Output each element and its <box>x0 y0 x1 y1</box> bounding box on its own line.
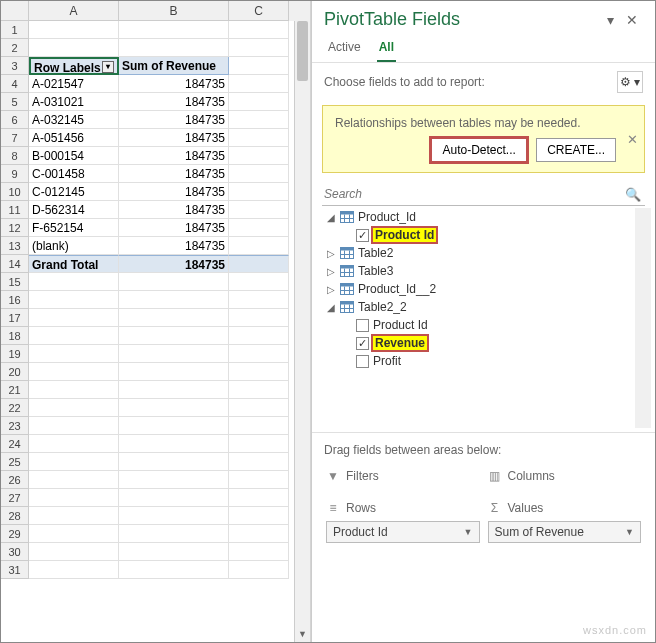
cell[interactable] <box>119 543 229 561</box>
cell[interactable] <box>229 21 289 39</box>
cell[interactable] <box>229 471 289 489</box>
fl-scroll-up-icon[interactable]: ▲ <box>635 208 651 224</box>
cell[interactable] <box>29 543 119 561</box>
cell[interactable] <box>29 525 119 543</box>
search-input[interactable] <box>322 185 621 203</box>
row-header[interactable]: 22 <box>1 399 29 417</box>
gear-icon[interactable]: ⚙ ▾ <box>617 71 643 93</box>
cell[interactable]: B-000154 <box>29 147 119 165</box>
cell[interactable] <box>29 471 119 489</box>
field-item[interactable]: Product Id <box>322 316 635 334</box>
cell[interactable]: (blank) <box>29 237 119 255</box>
cell[interactable] <box>229 507 289 525</box>
warning-close-icon[interactable]: ✕ <box>627 132 638 147</box>
field-checkbox[interactable] <box>356 337 369 350</box>
cell[interactable] <box>29 453 119 471</box>
row-header[interactable]: 27 <box>1 489 29 507</box>
expand-icon[interactable]: ▷ <box>326 284 336 295</box>
cell[interactable]: 184735 <box>119 255 229 273</box>
row-header[interactable]: 28 <box>1 507 29 525</box>
cell[interactable] <box>229 345 289 363</box>
cell[interactable] <box>229 39 289 57</box>
fl-scroll-down-icon[interactable]: ▼ <box>635 412 651 428</box>
cell[interactable] <box>119 291 229 309</box>
field-item[interactable]: Revenue <box>322 334 635 352</box>
area-rows[interactable]: ≡Rows Product Id▼ <box>322 495 484 549</box>
cell[interactable]: C-012145 <box>29 183 119 201</box>
cell[interactable] <box>229 219 289 237</box>
rows-pill[interactable]: Product Id▼ <box>326 521 480 543</box>
cell[interactable] <box>229 327 289 345</box>
cell[interactable] <box>229 183 289 201</box>
cell[interactable]: 184735 <box>119 75 229 93</box>
cell[interactable]: F-652154 <box>29 219 119 237</box>
scroll-thumb[interactable] <box>297 21 308 81</box>
table-node[interactable]: ◢Table2_2 <box>322 298 635 316</box>
table-node[interactable]: ▷Table2 <box>322 244 635 262</box>
field-search[interactable]: 🔍 <box>322 183 645 206</box>
cell[interactable] <box>119 489 229 507</box>
cell[interactable] <box>119 435 229 453</box>
cell[interactable] <box>29 435 119 453</box>
cell[interactable] <box>119 363 229 381</box>
cell[interactable] <box>29 21 119 39</box>
cell[interactable] <box>229 93 289 111</box>
cell[interactable] <box>229 309 289 327</box>
cell[interactable] <box>119 381 229 399</box>
cell[interactable] <box>29 417 119 435</box>
cell[interactable] <box>229 111 289 129</box>
cell[interactable] <box>229 399 289 417</box>
sheet-scrollbar[interactable]: ▲ ▼ <box>294 21 310 642</box>
cell[interactable] <box>29 345 119 363</box>
row-header[interactable]: 8 <box>1 147 29 165</box>
row-header[interactable]: 20 <box>1 363 29 381</box>
area-columns[interactable]: ▥Columns <box>484 463 646 495</box>
table-node[interactable]: ▷Table3 <box>322 262 635 280</box>
cell[interactable]: 184735 <box>119 201 229 219</box>
values-pill[interactable]: Sum of Revenue▼ <box>488 521 642 543</box>
row-header[interactable]: 19 <box>1 345 29 363</box>
cell[interactable] <box>119 399 229 417</box>
row-header[interactable]: 31 <box>1 561 29 579</box>
field-checkbox[interactable] <box>356 229 369 242</box>
cell[interactable]: A-051456 <box>29 129 119 147</box>
cell[interactable]: A-031021 <box>29 93 119 111</box>
cell[interactable] <box>29 291 119 309</box>
cell[interactable]: Row Labels▾ <box>29 57 119 75</box>
fieldlist-scrollbar[interactable]: ▲ ▼ <box>635 208 651 428</box>
auto-detect-button[interactable]: Auto-Detect... <box>431 138 526 162</box>
cell[interactable]: 184735 <box>119 111 229 129</box>
cell[interactable] <box>229 237 289 255</box>
cell[interactable] <box>119 507 229 525</box>
cell[interactable] <box>119 471 229 489</box>
row-header[interactable]: 2 <box>1 39 29 57</box>
col-header-c[interactable]: C <box>229 1 289 21</box>
cell[interactable] <box>119 273 229 291</box>
row-header[interactable]: 16 <box>1 291 29 309</box>
col-header-b[interactable]: B <box>119 1 229 21</box>
row-header[interactable]: 23 <box>1 417 29 435</box>
cell[interactable] <box>229 255 289 273</box>
filter-dropdown-icon[interactable]: ▾ <box>102 61 114 73</box>
row-header[interactable]: 14 <box>1 255 29 273</box>
cell[interactable] <box>229 363 289 381</box>
expand-icon[interactable]: ▷ <box>326 248 336 259</box>
cell[interactable]: A-032145 <box>29 111 119 129</box>
cell[interactable]: 184735 <box>119 219 229 237</box>
cell[interactable] <box>229 489 289 507</box>
row-header[interactable]: 15 <box>1 273 29 291</box>
row-header[interactable]: 18 <box>1 327 29 345</box>
collapse-icon[interactable]: ◢ <box>326 212 336 223</box>
cell[interactable] <box>229 561 289 579</box>
cell[interactable] <box>229 201 289 219</box>
field-item[interactable]: Product Id <box>322 226 635 244</box>
cell[interactable]: C-001458 <box>29 165 119 183</box>
cell[interactable] <box>29 363 119 381</box>
cell[interactable] <box>29 273 119 291</box>
expand-icon[interactable]: ▷ <box>326 266 336 277</box>
cell[interactable] <box>29 309 119 327</box>
cell[interactable]: 184735 <box>119 129 229 147</box>
row-header[interactable]: 5 <box>1 93 29 111</box>
cell[interactable] <box>29 399 119 417</box>
cell[interactable]: 184735 <box>119 183 229 201</box>
